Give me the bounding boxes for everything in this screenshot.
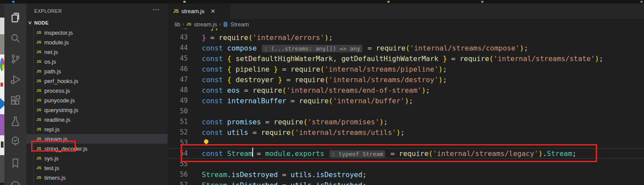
breadcrumb-item-lib[interactable]: lib: [175, 21, 180, 28]
code-editor[interactable]: 42 },43} = require('internal/errors');44…: [168, 29, 644, 185]
breadcrumb-item-symbol[interactable]: Stream: [230, 21, 249, 28]
code-line-44[interactable]: 44const compose : (...streams: any[]) =>…: [168, 43, 644, 53]
code-token: require: [299, 97, 329, 105]
code-line-43[interactable]: 43} = require('internal/errors');: [168, 32, 644, 43]
test-flask-icon[interactable]: [8, 114, 22, 128]
code-line-42[interactable]: 42 },: [168, 29, 644, 32]
section-header-node[interactable]: ∨ NODE: [26, 19, 168, 28]
code-token: [223, 65, 227, 73]
code-text: const Stream = module.exports : typeof S…: [188, 149, 576, 158]
account-icon[interactable]: [8, 178, 22, 185]
bookmarks-icon[interactable]: [8, 156, 22, 170]
file-row-net-js[interactable]: JSnet.js: [26, 47, 168, 57]
js-file-icon: JS: [36, 30, 41, 35]
file-row-punycode-js[interactable]: JSpunycode.js: [26, 95, 168, 105]
code-line-49[interactable]: 49const internalBuffer = require('intern…: [168, 95, 644, 106]
line-number: 54: [168, 149, 188, 157]
search-icon[interactable]: [8, 31, 22, 45]
file-row-module-js[interactable]: JSmodule.js: [26, 37, 168, 47]
code-token: const: [202, 76, 223, 84]
code-line-51[interactable]: 51const promises = require('stream/promi…: [168, 116, 644, 127]
code-line-47[interactable]: 47const { destroyer } = require('interna…: [168, 74, 644, 85]
line-number: 56: [168, 170, 188, 178]
js-file-icon: JS: [36, 69, 41, 73]
js-file-icon: JS: [36, 146, 41, 151]
code-line-52[interactable]: 52const utils = require('internal/stream…: [168, 127, 644, 138]
file-row-timers-js[interactable]: JStimers.js: [26, 173, 168, 182]
code-line-45[interactable]: 45const { setDefaultHighWaterMark, getDe…: [168, 53, 644, 64]
code-token: ): [538, 149, 543, 158]
code-line-54[interactable]: 54const Stream = module.exports : typeof…: [168, 148, 644, 159]
code-token: Stream: [202, 170, 227, 179]
code-token: =: [278, 65, 290, 73]
more-actions-icon[interactable]: ⋯: [152, 5, 160, 14]
js-file-icon: JS: [36, 166, 41, 170]
code-token: (: [248, 33, 253, 42]
file-row-perf_hooks-js[interactable]: JSperf_hooks.js: [26, 76, 168, 86]
code-line-53[interactable]: 53: [168, 138, 644, 148]
code-token: ;: [409, 97, 413, 105]
code-line-55[interactable]: 55: [168, 159, 644, 169]
code-token: require: [253, 86, 282, 94]
todo-tree-icon[interactable]: [8, 134, 22, 148]
file-row-inspector-js[interactable]: JSinspector.js: [26, 28, 168, 37]
code-line-57[interactable]: 57Stream.isDisturbed = utils.isDisturbed…: [168, 180, 644, 185]
code-token: pipeline: [236, 65, 269, 73]
code-token: =: [253, 149, 265, 158]
code-line-48[interactable]: 48const eos = require('internal/streams/…: [168, 85, 644, 95]
code-token: 'internal/streams/state': [494, 54, 595, 63]
files-icon[interactable]: [8, 11, 22, 25]
file-row-string_decoder-js[interactable]: JSstring_decoder.js: [26, 144, 168, 153]
code-token: [231, 54, 236, 63]
chevron-right-icon: ›: [182, 21, 184, 27]
code-token: .: [311, 170, 316, 179]
code-token: require: [376, 44, 405, 52]
code-token: exports: [295, 149, 324, 158]
file-row-test-js[interactable]: JStest.js: [26, 163, 168, 173]
activity-bar: [4, 4, 26, 185]
code-token: =: [248, 128, 261, 137]
code-token: 'internal/streams/utils': [295, 128, 396, 137]
file-row-repl-js[interactable]: JSrepl.js: [26, 124, 168, 134]
code-token: ;: [599, 54, 604, 63]
file-row-os-js[interactable]: JSos.js: [26, 57, 168, 66]
code-token: (: [429, 149, 433, 158]
file-row-stream-js[interactable]: JSstream.js: [26, 134, 168, 144]
code-token: ;: [572, 149, 576, 158]
code-token: 'internal/errors': [253, 33, 325, 42]
code-token: require: [460, 54, 489, 63]
close-icon[interactable]: ✕: [211, 8, 215, 15]
code-token: .: [290, 149, 295, 158]
tab-stream-js[interactable]: JS stream.js ✕: [168, 4, 230, 19]
code-token: ;: [443, 65, 447, 73]
breadcrumb-item-file[interactable]: stream.js: [194, 21, 217, 28]
explorer-sidebar: EXPLORER ⋯ ∨ NODE JShttps.jsJSinspector.…: [26, 4, 168, 185]
code-token: const: [202, 128, 223, 137]
desktop-speck: [387, 1, 390, 3]
file-row-readline-js[interactable]: JSreadline.js: [26, 115, 168, 124]
code-line-50[interactable]: 50: [168, 106, 644, 116]
code-token: {: [227, 65, 232, 73]
code-token: destroyer: [236, 76, 274, 84]
line-number: 51: [168, 118, 188, 126]
code-line-56[interactable]: 56Stream.isDestroyed = utils.isDestroyed…: [168, 169, 644, 180]
file-row-sys-js[interactable]: JSsys.js: [26, 153, 168, 163]
source-control-icon[interactable]: [8, 52, 22, 66]
code-lines: 42 },43} = require('internal/errors');44…: [168, 29, 644, 185]
run-debug-icon[interactable]: [8, 73, 22, 87]
code-token: require: [261, 128, 290, 137]
file-row-process-js[interactable]: JSprocess.js: [26, 86, 168, 95]
code-token: =: [278, 170, 290, 179]
code-token: [223, 97, 227, 105]
desktop-sliver-segment: [0, 94, 4, 114]
file-row-querystring-js[interactable]: JSquerystring.js: [26, 105, 168, 115]
js-file-icon: JS: [36, 40, 41, 44]
code-token: ): [519, 44, 524, 52]
lightbulb-icon[interactable]: [203, 139, 210, 149]
file-row-path-js[interactable]: JSpath.js: [26, 66, 168, 76]
code-token: (: [282, 86, 286, 94]
extensions-icon[interactable]: [8, 93, 22, 107]
code-token: (: [405, 44, 410, 52]
code-line-46[interactable]: 46const { pipeline } = require('internal…: [168, 64, 644, 74]
code-token: (: [324, 76, 329, 84]
